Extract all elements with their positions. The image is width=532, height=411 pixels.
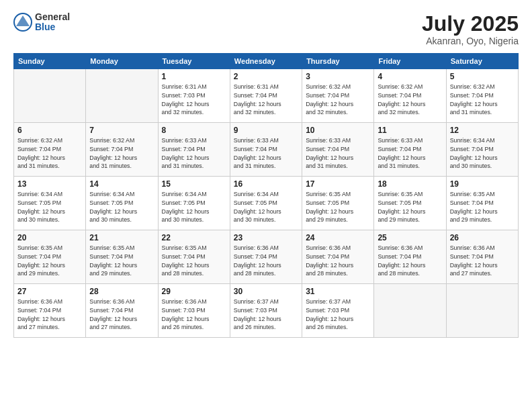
svg-marker-1 [16,15,30,26]
calendar-cell: 26Sunrise: 6:36 AM Sunset: 7:04 PM Dayli… [446,230,518,284]
col-monday: Monday [86,54,158,69]
day-info: Sunrise: 6:36 AM Sunset: 7:04 PM Dayligh… [378,244,442,278]
calendar-cell [446,284,518,338]
calendar-cell: 23Sunrise: 6:36 AM Sunset: 7:04 PM Dayli… [230,230,302,284]
header: General Blue July 2025 Akanran, Oyo, Nig… [13,12,519,46]
day-number: 27 [17,287,82,296]
calendar-cell: 21Sunrise: 6:35 AM Sunset: 7:04 PM Dayli… [86,230,158,284]
day-number: 26 [450,233,515,242]
day-info: Sunrise: 6:33 AM Sunset: 7:04 PM Dayligh… [378,136,442,171]
day-info: Sunrise: 6:33 AM Sunset: 7:04 PM Dayligh… [234,136,298,171]
day-number: 11 [378,126,442,135]
logo: General Blue [13,12,70,33]
day-number: 28 [89,287,154,296]
day-number: 31 [306,287,370,296]
calendar-cell: 9Sunrise: 6:33 AM Sunset: 7:04 PM Daylig… [230,123,302,177]
day-number: 7 [89,126,154,135]
calendar-cell: 29Sunrise: 6:36 AM Sunset: 7:03 PM Dayli… [158,284,230,338]
day-info: Sunrise: 6:36 AM Sunset: 7:04 PM Dayligh… [234,244,298,278]
day-info: Sunrise: 6:32 AM Sunset: 7:04 PM Dayligh… [89,136,154,171]
day-number: 19 [450,179,515,189]
day-info: Sunrise: 6:36 AM Sunset: 7:04 PM Dayligh… [89,298,154,332]
calendar-cell: 15Sunrise: 6:34 AM Sunset: 7:05 PM Dayli… [158,177,230,230]
col-tuesday: Tuesday [158,54,230,69]
day-number: 18 [378,179,442,189]
logo-general-label: General [35,12,70,22]
day-info: Sunrise: 6:37 AM Sunset: 7:03 PM Dayligh… [234,298,298,332]
calendar-cell: 25Sunrise: 6:36 AM Sunset: 7:04 PM Dayli… [374,230,446,284]
day-info: Sunrise: 6:34 AM Sunset: 7:05 PM Dayligh… [17,190,82,224]
day-number: 1 [162,72,226,81]
col-saturday: Saturday [446,54,518,69]
calendar-cell [374,284,446,338]
day-info: Sunrise: 6:35 AM Sunset: 7:04 PM Dayligh… [89,244,154,278]
col-thursday: Thursday [302,54,374,69]
calendar-week-row: 20Sunrise: 6:35 AM Sunset: 7:04 PM Dayli… [14,230,519,284]
title-block: July 2025 Akanran, Oyo, Nigeria [422,12,519,46]
day-info: Sunrise: 6:32 AM Sunset: 7:04 PM Dayligh… [17,136,82,171]
col-wednesday: Wednesday [230,54,302,69]
calendar-week-row: 1Sunrise: 6:31 AM Sunset: 7:03 PM Daylig… [14,69,519,123]
day-number: 25 [378,233,442,242]
logo-blue-label: Blue [35,22,70,32]
day-number: 29 [162,287,226,296]
calendar-week-row: 6Sunrise: 6:32 AM Sunset: 7:04 PM Daylig… [14,123,519,177]
day-info: Sunrise: 6:36 AM Sunset: 7:04 PM Dayligh… [306,244,370,278]
calendar-cell: 4Sunrise: 6:32 AM Sunset: 7:04 PM Daylig… [374,69,446,123]
day-number: 2 [234,72,298,81]
day-info: Sunrise: 6:32 AM Sunset: 7:04 PM Dayligh… [450,83,515,117]
day-number: 20 [17,233,82,242]
day-number: 10 [306,126,370,135]
day-number: 4 [378,72,442,81]
logo-text: General Blue [35,12,70,33]
calendar-week-row: 27Sunrise: 6:36 AM Sunset: 7:04 PM Dayli… [14,284,519,338]
day-info: Sunrise: 6:34 AM Sunset: 7:04 PM Dayligh… [450,136,515,171]
calendar-header-row: Sunday Monday Tuesday Wednesday Thursday… [14,54,519,69]
day-info: Sunrise: 6:36 AM Sunset: 7:04 PM Dayligh… [17,298,82,332]
day-info: Sunrise: 6:36 AM Sunset: 7:03 PM Dayligh… [162,298,226,332]
day-info: Sunrise: 6:33 AM Sunset: 7:04 PM Dayligh… [306,136,370,171]
day-number: 12 [450,126,515,135]
calendar-cell [14,69,86,123]
calendar-cell: 11Sunrise: 6:33 AM Sunset: 7:04 PM Dayli… [374,123,446,177]
day-number: 21 [89,233,154,242]
calendar-cell: 12Sunrise: 6:34 AM Sunset: 7:04 PM Dayli… [446,123,518,177]
location-subtitle: Akanran, Oyo, Nigeria [422,36,519,46]
day-number: 24 [306,233,370,242]
calendar-cell: 20Sunrise: 6:35 AM Sunset: 7:04 PM Dayli… [14,230,86,284]
day-number: 22 [162,233,226,242]
day-info: Sunrise: 6:35 AM Sunset: 7:05 PM Dayligh… [306,190,370,224]
calendar-cell: 5Sunrise: 6:32 AM Sunset: 7:04 PM Daylig… [446,69,518,123]
calendar-cell: 14Sunrise: 6:34 AM Sunset: 7:05 PM Dayli… [86,177,158,230]
calendar-cell: 28Sunrise: 6:36 AM Sunset: 7:04 PM Dayli… [86,284,158,338]
calendar-week-row: 13Sunrise: 6:34 AM Sunset: 7:05 PM Dayli… [14,177,519,230]
day-number: 9 [234,126,298,135]
day-number: 8 [162,126,226,135]
day-info: Sunrise: 6:36 AM Sunset: 7:04 PM Dayligh… [450,244,515,278]
calendar-cell: 7Sunrise: 6:32 AM Sunset: 7:04 PM Daylig… [86,123,158,177]
calendar-table: Sunday Monday Tuesday Wednesday Thursday… [13,53,519,338]
col-sunday: Sunday [14,54,86,69]
calendar-cell: 30Sunrise: 6:37 AM Sunset: 7:03 PM Dayli… [230,284,302,338]
day-info: Sunrise: 6:35 AM Sunset: 7:04 PM Dayligh… [450,190,515,224]
calendar-cell: 8Sunrise: 6:33 AM Sunset: 7:04 PM Daylig… [158,123,230,177]
calendar-cell: 3Sunrise: 6:32 AM Sunset: 7:04 PM Daylig… [302,69,374,123]
calendar-cell: 31Sunrise: 6:37 AM Sunset: 7:03 PM Dayli… [302,284,374,338]
calendar-cell: 24Sunrise: 6:36 AM Sunset: 7:04 PM Dayli… [302,230,374,284]
calendar-cell: 27Sunrise: 6:36 AM Sunset: 7:04 PM Dayli… [14,284,86,338]
day-info: Sunrise: 6:34 AM Sunset: 7:05 PM Dayligh… [234,190,298,224]
day-number: 13 [17,179,82,189]
day-info: Sunrise: 6:37 AM Sunset: 7:03 PM Dayligh… [306,298,370,332]
day-info: Sunrise: 6:31 AM Sunset: 7:04 PM Dayligh… [234,83,298,117]
calendar-cell: 6Sunrise: 6:32 AM Sunset: 7:04 PM Daylig… [14,123,86,177]
day-info: Sunrise: 6:31 AM Sunset: 7:03 PM Dayligh… [162,83,226,117]
calendar-cell: 16Sunrise: 6:34 AM Sunset: 7:05 PM Dayli… [230,177,302,230]
col-friday: Friday [374,54,446,69]
calendar-cell [86,69,158,123]
day-number: 30 [234,287,298,296]
calendar-cell: 18Sunrise: 6:35 AM Sunset: 7:05 PM Dayli… [374,177,446,230]
logo-icon [13,13,32,32]
day-info: Sunrise: 6:35 AM Sunset: 7:04 PM Dayligh… [162,244,226,278]
calendar-cell: 19Sunrise: 6:35 AM Sunset: 7:04 PM Dayli… [446,177,518,230]
calendar-cell: 2Sunrise: 6:31 AM Sunset: 7:04 PM Daylig… [230,69,302,123]
